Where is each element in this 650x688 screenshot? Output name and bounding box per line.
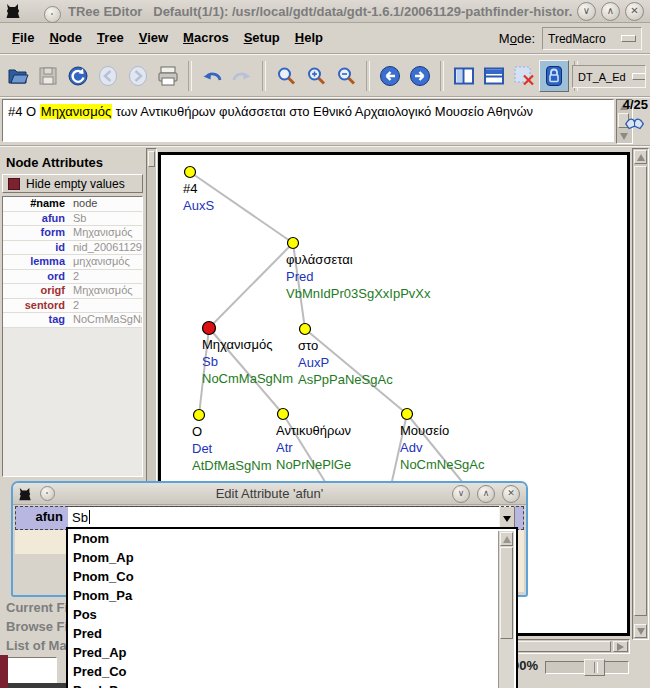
option-pred_co[interactable]: Pred_Co	[68, 662, 516, 681]
node-tag: NoCmNeSgAc	[400, 457, 485, 472]
scrollbar-thumb[interactable]	[148, 151, 155, 167]
tree-edge	[209, 243, 293, 328]
afun-options-list[interactable]: PnomPnom_ApPnom_CoPnom_PaPosPredPred_ApP…	[66, 527, 518, 688]
toolbar-separator	[440, 61, 444, 91]
save-file-button	[33, 60, 63, 92]
attribute-name: sentord	[3, 299, 69, 313]
option-pos[interactable]: Pos	[68, 605, 516, 624]
attribute-row-ord[interactable]: ord2	[3, 270, 142, 285]
split-vertical-button[interactable]	[449, 60, 479, 92]
window-shade-button[interactable]: ∨	[577, 2, 596, 21]
option-pnom_pa[interactable]: Pnom_Pa	[68, 586, 516, 605]
dialog-close-button[interactable]: ✕	[502, 485, 520, 503]
node-word: Μουσείο	[400, 423, 449, 438]
zoom-in-button[interactable]	[301, 60, 331, 92]
tred-window: TRee EDitor Default(1/1): /usr/local/gdt…	[0, 0, 650, 688]
split-horizontal-button[interactable]	[479, 60, 509, 92]
tree-node-adv[interactable]	[402, 409, 413, 420]
attribute-value: μηχανισμός	[69, 255, 142, 269]
find-button[interactable]	[271, 60, 301, 92]
window-restore-button[interactable]: ∧	[601, 2, 620, 21]
attribute-row-lemma[interactable]: lemmaμηχανισμός	[3, 255, 142, 270]
reload-circle-icon	[66, 64, 90, 88]
window-title: TRee EDitor Default(1/1): /usr/local/gdt…	[68, 4, 572, 19]
reload-button[interactable]	[63, 60, 93, 92]
attribute-row-sentord[interactable]: sentord2	[3, 299, 142, 314]
open-file-button[interactable]	[3, 60, 33, 92]
tree-node-det[interactable]	[194, 410, 205, 421]
zoom-slider-handle[interactable]	[584, 659, 605, 676]
macro-profile-select[interactable]: DT_A_Ed	[572, 65, 646, 88]
lock-view-button[interactable]	[539, 60, 569, 92]
dialog-restore-button[interactable]: ∧	[477, 485, 495, 503]
dialog-menu-button[interactable]	[40, 486, 55, 501]
attributes-table[interactable]: #namenodeafunSbformΜηχανισμόςidnid_20061…	[2, 196, 143, 477]
next-tree-button[interactable]	[405, 60, 435, 92]
menu-file[interactable]: File	[12, 30, 34, 45]
scroll-up-icon[interactable]	[500, 532, 513, 546]
list-scrollbar[interactable]	[498, 531, 514, 688]
node-tag: NoPrNePlGe	[276, 457, 351, 472]
magnifier-plus-icon	[304, 64, 328, 88]
bottom-label-2: List of Mac	[6, 638, 74, 653]
menu-help[interactable]: Help	[295, 30, 323, 45]
attribute-row-origf[interactable]: origfΜηχανισμός	[3, 284, 142, 299]
dialog-shade-button[interactable]: ∨	[452, 485, 470, 503]
redo-button	[227, 60, 257, 92]
option-pnom_co[interactable]: Pnom_Co	[68, 567, 516, 586]
menu-tree[interactable]: Tree	[97, 30, 124, 45]
menu-node[interactable]: Node	[49, 30, 82, 45]
attribute-row-form[interactable]: formΜηχανισμός	[3, 226, 142, 241]
print-button[interactable]	[153, 60, 183, 92]
menu-macros[interactable]: Macros	[183, 30, 229, 45]
undo-button[interactable]	[197, 60, 227, 92]
attribute-row-name[interactable]: #namenode	[3, 197, 142, 212]
attribute-row-tag[interactable]: tagNoCmMaSgNm	[3, 313, 142, 328]
tree-node-root[interactable]	[185, 167, 196, 178]
scrollbar-thumb[interactable]	[634, 166, 647, 616]
dialog-controls: ∨∧✕	[452, 485, 520, 503]
zoom-out-button[interactable]	[331, 60, 361, 92]
scroll-right-icon[interactable]	[613, 641, 628, 652]
tree-node-pred[interactable]	[288, 238, 299, 249]
circle-arrow-right-icon	[408, 64, 432, 88]
previous-file-button	[93, 60, 123, 92]
scrollbar-thumb[interactable]	[500, 547, 513, 639]
attribute-row-id[interactable]: idnid_20061129-p	[3, 241, 142, 256]
previous-tree-button[interactable]	[375, 60, 405, 92]
scroll-down-icon[interactable]	[634, 624, 647, 638]
macro-input-field[interactable]	[5, 657, 57, 683]
node-afun: AuxS	[183, 198, 214, 213]
tree-node-atr[interactable]	[278, 409, 289, 420]
clear-dither-button[interactable]	[509, 60, 539, 92]
canvas-vertical-scrollbar[interactable]	[632, 148, 649, 640]
option-pred_ap[interactable]: Pred_Ap	[68, 643, 516, 662]
attribute-row-afun[interactable]: afunSb	[3, 212, 142, 227]
option-pnom_ap[interactable]: Pnom_Ap	[68, 548, 516, 567]
menu-view[interactable]: View	[139, 30, 168, 45]
hide-empty-values-checkbox[interactable]: Hide empty values	[2, 174, 143, 193]
option-pred_pa[interactable]: Pred_Pa	[68, 681, 516, 688]
magnifier-icon	[274, 64, 298, 88]
toolbar-separator	[188, 61, 192, 91]
mode-select[interactable]: TredMacro	[542, 27, 642, 50]
mode-area: Mode: TredMacro	[499, 27, 642, 50]
zoom-slider[interactable]	[545, 661, 629, 674]
tree-counter: 4/25	[623, 97, 648, 112]
sentence-text-area[interactable]: #4 Ο Μηχανισμός των Αντικυθήρων φυλάσσετ…	[2, 99, 614, 142]
oval-arrow-right-icon	[126, 64, 150, 88]
toolbar-separator	[0, 96, 650, 98]
window-close-button[interactable]: ✕	[625, 2, 644, 21]
sentence-highlighted-word: Μηχανισμός	[40, 104, 112, 119]
scroll-up-icon[interactable]	[634, 150, 647, 164]
window-menu-button[interactable]	[44, 6, 61, 23]
book-icon[interactable]	[624, 112, 646, 137]
menu-setup[interactable]: Setup	[244, 30, 280, 45]
option-pnom[interactable]: Pnom	[68, 529, 516, 548]
tree-node-auxp[interactable]	[300, 324, 311, 335]
bottom-edge	[0, 683, 66, 688]
tree-node-sb[interactable]	[203, 322, 216, 335]
option-pred[interactable]: Pred	[68, 624, 516, 643]
checkbox-icon[interactable]	[8, 178, 20, 190]
node-afun: Det	[192, 441, 213, 456]
